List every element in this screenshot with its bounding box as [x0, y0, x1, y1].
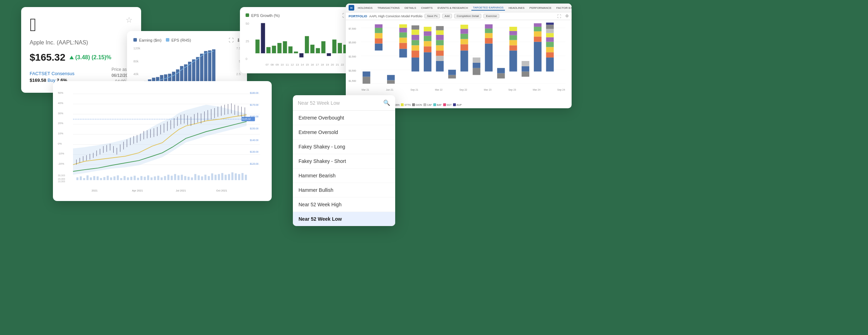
- screener-item-near-52-low[interactable]: Near 52 Week Low: [293, 212, 395, 226]
- screener-item-extreme-oversold[interactable]: Extreme Oversold: [293, 125, 395, 140]
- svg-rect-189: [375, 24, 382, 28]
- svg-text:Mar 22: Mar 22: [435, 89, 443, 91]
- eps-bars-area: 50250: [246, 22, 354, 68]
- nav-tab-transactions[interactable]: TRANSACTIONS: [376, 6, 401, 10]
- svg-rect-184: [363, 72, 370, 77]
- svg-text:20,000: 20,000: [58, 178, 65, 180]
- svg-text:$3,500: $3,500: [349, 69, 356, 72]
- eps-y-axis: 50250: [246, 22, 249, 61]
- svg-rect-190: [387, 80, 395, 84]
- legend-item-baf: BAF: [433, 103, 442, 106]
- nav-tab-holdings[interactable]: HOLDINGS: [356, 6, 374, 10]
- svg-rect-17: [212, 49, 215, 84]
- portfolio-settings-icon[interactable]: ⚙: [565, 14, 569, 18]
- svg-rect-115: [77, 177, 79, 180]
- apple-card-header:  ☆: [30, 16, 133, 34]
- svg-rect-223: [460, 39, 468, 44]
- eps-growth-header: EPS Growth (%) ⛶ ⬇: [246, 13, 354, 18]
- svg-rect-197: [399, 24, 407, 28]
- svg-text:10%: 10%: [58, 132, 63, 135]
- svg-rect-233: [485, 29, 493, 33]
- svg-rect-242: [510, 27, 517, 31]
- svg-rect-152: [201, 176, 203, 180]
- svg-text:$180.00: $180.00: [250, 92, 258, 94]
- svg-rect-247: [534, 37, 542, 42]
- exercise-button[interactable]: Exercise: [483, 14, 499, 18]
- nav-tab-events[interactable]: EVENTS & RESEARCH: [436, 6, 469, 10]
- svg-rect-217: [436, 30, 444, 35]
- svg-rect-23: [277, 43, 282, 53]
- completion-detail-button[interactable]: Completion Detail: [454, 14, 481, 18]
- screener-search-input[interactable]: [298, 100, 380, 106]
- svg-rect-125: [110, 177, 112, 180]
- svg-rect-155: [211, 173, 213, 180]
- svg-rect-192: [399, 49, 407, 57]
- svg-rect-212: [436, 56, 444, 61]
- svg-rect-215: [436, 40, 444, 45]
- svg-rect-227: [473, 68, 481, 75]
- svg-text:$130.00: $130.00: [250, 151, 258, 153]
- svg-text:Sep 24: Sep 24: [557, 89, 565, 91]
- earnings-expand-button[interactable]: ⛶: [229, 37, 234, 43]
- svg-text:Jun 21: Jun 21: [386, 89, 393, 91]
- svg-rect-129: [123, 176, 126, 180]
- svg-rect-185: [375, 43, 382, 50]
- screener-item-hammer-bearish[interactable]: Hammer Bearish: [293, 169, 395, 183]
- nav-tab-headlines[interactable]: HEADLINES: [507, 6, 526, 10]
- save-px-button[interactable]: Save Px: [424, 14, 440, 18]
- nav-tab-factor[interactable]: FACTOR EXPOSURE: [555, 6, 572, 10]
- portfolio-chart-area: $7,500 $5,000 $2,500 $3,500 $1,500: [346, 20, 572, 103]
- svg-text:Sep 21: Sep 21: [410, 89, 418, 91]
- svg-rect-204: [411, 25, 419, 30]
- svg-rect-254: [546, 42, 554, 47]
- price-row: $165.32 (3.48) (2.15)%: [30, 52, 133, 63]
- screener-item-near-52-high[interactable]: Near 52 Week High: [293, 197, 395, 212]
- svg-rect-136: [147, 175, 149, 180]
- eps-legend-item: EPS (RHS): [166, 38, 191, 42]
- svg-rect-250: [534, 23, 542, 27]
- nav-tab-performance[interactable]: PERFORMANCE: [528, 6, 553, 10]
- svg-rect-117: [83, 178, 85, 180]
- legend-item-sgt: SGT: [443, 103, 452, 106]
- legend-color-sgt: [443, 103, 446, 106]
- svg-rect-256: [546, 33, 554, 37]
- svg-text:-20%: -20%: [58, 162, 64, 165]
- svg-rect-251: [546, 57, 554, 72]
- nav-tab-charts[interactable]: CHARTS: [420, 6, 434, 10]
- svg-rect-131: [130, 177, 132, 180]
- eps-x-labels: 0708 0910 1112 1314 1516 1718 1920 2122 …: [255, 63, 354, 66]
- svg-rect-128: [120, 178, 122, 180]
- svg-text:10,000: 10,000: [58, 180, 65, 183]
- screener-item-fakey-long[interactable]: Fakey Shakey - Long: [293, 140, 395, 154]
- svg-rect-187: [375, 33, 382, 38]
- screener-item-hammer-bullish[interactable]: Hammer Bullish: [293, 183, 395, 197]
- screener-item-fakey-short[interactable]: Fakey Shakey - Short: [293, 154, 395, 169]
- legend-color-aup: [453, 103, 456, 106]
- svg-rect-259: [546, 23, 554, 25]
- svg-rect-213: [436, 50, 444, 56]
- screener-item-extreme-overbought[interactable]: Extreme Overbought: [293, 111, 395, 125]
- svg-text:2021: 2021: [91, 189, 97, 192]
- earnings-chart-header: Earning ($m) EPS (RHS) ⛶ ⬇: [133, 37, 241, 43]
- svg-text:40%: 40%: [58, 102, 63, 105]
- svg-rect-134: [140, 176, 143, 180]
- portfolio-expand-icon[interactable]: ⛶: [557, 14, 561, 18]
- svg-rect-221: [460, 50, 468, 71]
- eps-growth-card: EPS Growth (%) ⛶ ⬇ 50250: [240, 7, 360, 73]
- svg-text:Mar 24: Mar 24: [533, 89, 541, 91]
- watchlist-star-icon[interactable]: ☆: [126, 16, 133, 25]
- svg-rect-147: [184, 176, 186, 180]
- screener-search-icon: 🔍: [383, 99, 390, 106]
- svg-rect-230: [485, 43, 493, 71]
- add-button[interactable]: Add: [442, 14, 452, 18]
- svg-rect-237: [510, 50, 517, 71]
- nav-tab-targeted[interactable]: TARGETED EARNINGS: [471, 5, 505, 11]
- svg-text:$120.00: $120.00: [250, 163, 258, 165]
- svg-rect-220: [448, 70, 456, 75]
- svg-rect-196: [399, 28, 407, 32]
- svg-rect-246: [534, 42, 542, 72]
- nav-tab-details[interactable]: DETAILS: [403, 6, 417, 10]
- svg-rect-186: [375, 38, 382, 44]
- price-change: (3.48) (2.15)%: [70, 54, 111, 61]
- svg-rect-29: [311, 45, 315, 53]
